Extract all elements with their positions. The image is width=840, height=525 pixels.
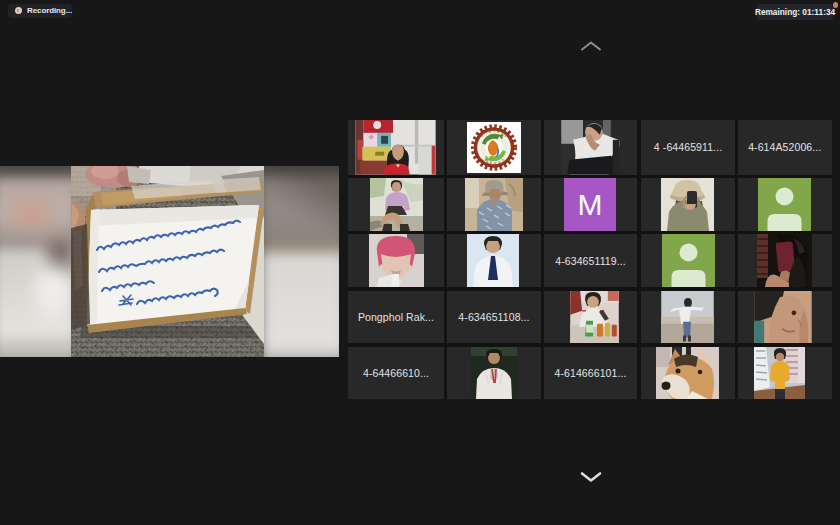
svg-text:ค: ค xyxy=(489,129,491,133)
svg-text:ภ: ภ xyxy=(505,133,507,137)
svg-text:E: E xyxy=(490,161,492,165)
svg-text:ภ: ภ xyxy=(481,133,483,137)
svg-text:า: า xyxy=(485,131,487,135)
svg-text:E: E xyxy=(482,158,484,162)
svg-text:ว: ว xyxy=(493,129,495,133)
